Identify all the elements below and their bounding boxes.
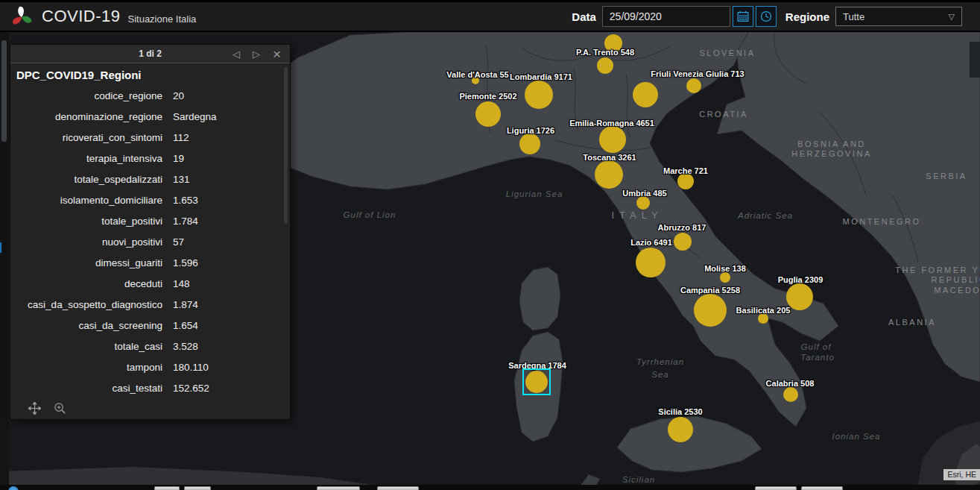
left-scrollbar-thumb[interactable]: [1, 40, 7, 142]
popup-row-value: 1.653: [173, 195, 198, 206]
popup-row: casi_testati152.652: [10, 377, 290, 398]
regione-dropdown-value: Tutte: [843, 11, 864, 22]
popup-row: tamponi180.110: [10, 356, 290, 377]
time-button[interactable]: [756, 6, 777, 27]
region-bubble-molise[interactable]: [720, 272, 730, 283]
taskbar-button[interactable]: [377, 486, 419, 490]
popup-scrollbar-thumb[interactable]: [284, 67, 288, 224]
popup-row: dimessi_guariti1.596: [10, 252, 290, 273]
regione-dropdown[interactable]: Tutte ▽: [835, 7, 962, 26]
zoom-to-feature-icon[interactable]: [54, 402, 66, 415]
region-bubble-marche[interactable]: [677, 173, 694, 189]
popup-row: casi_da_sospetto_diagnostico1.874: [10, 294, 290, 315]
popup-row-value: 1.784: [173, 216, 198, 227]
pan-to-feature-icon[interactable]: [28, 402, 41, 415]
region-bubble-lazio[interactable]: [636, 248, 666, 277]
popup-row: denominazione_regioneSardegna: [10, 106, 290, 127]
popup-row-value: 1.654: [173, 320, 198, 331]
popup-header: 1 di 2 ◁ ▷ ×: [10, 45, 290, 63]
popup-row-label: totale_casi: [10, 341, 162, 352]
taskbar-button[interactable]: [317, 486, 360, 490]
region-bubble-lombardia[interactable]: [525, 81, 553, 109]
popup-row: terapia_intensiva19: [10, 148, 290, 169]
app-title: COVID-19: [42, 7, 120, 26]
popup-next-button[interactable]: ▷: [253, 48, 260, 60]
popup-close-button[interactable]: ×: [273, 47, 281, 61]
dalmatian-islands-2: [771, 188, 817, 231]
region-bubble-label-emilia-romagna: Emilia-Romagna 4651: [569, 119, 654, 128]
popup-row-label: tamponi: [10, 362, 162, 373]
popup-attribute-table: codice_regione20denominazione_regioneSar…: [10, 85, 290, 398]
map-attribution: Esri, HE: [943, 469, 980, 480]
calendar-icon: [736, 10, 750, 23]
popup-prev-button[interactable]: ◁: [233, 48, 240, 60]
selection-highlight: [522, 368, 551, 395]
feature-popup: 1 di 2 ◁ ▷ × DPC_COVID19_Regioni codice_…: [10, 45, 290, 419]
region-bubble-toscana[interactable]: [595, 160, 623, 189]
popup-row-value: 20: [173, 90, 184, 101]
region-bubble-label-puglia: Puglia 2309: [778, 275, 823, 284]
covid-dashboard: SLOVENIACROATIABOSNIA ANDHERZEGOVINASERB…: [0, 0, 980, 490]
region-bubble-label-marche: Marche 721: [663, 166, 708, 175]
popup-row-value: 180.110: [173, 362, 209, 373]
region-bubble-label-friuli: Friuli Venezia Giulia 713: [651, 69, 744, 78]
region-bubble-label-lombardia: Lombardia 9171: [510, 72, 572, 81]
taskbar-start-icon[interactable]: [8, 486, 19, 490]
region-bubble-sicilia[interactable]: [668, 417, 693, 442]
popup-row-label: isolamento_domiciliare: [10, 195, 162, 206]
region-bubble-label-umbria: Umbria 485: [622, 189, 666, 198]
region-bubble-campania[interactable]: [694, 294, 727, 327]
popup-row: totale_ospedalizzati131: [10, 169, 290, 189]
popup-row-value: 112: [173, 132, 189, 143]
protezione-civile-logo-icon: [10, 5, 33, 28]
popup-row-label: casi_testati: [10, 383, 162, 394]
popup-row-value: 1.596: [173, 257, 198, 268]
taskbar: [0, 485, 980, 490]
popup-row-value: 19: [173, 153, 184, 164]
region-bubble-liguria[interactable]: [519, 134, 540, 154]
right-scrollbar-thumb[interactable]: [970, 42, 980, 78]
popup-row-label: dimessi_guariti: [10, 257, 162, 268]
land-corsica: [519, 267, 560, 330]
popup-footer: [10, 397, 290, 419]
popup-row: deceduti148: [10, 273, 290, 294]
popup-row-label: totale_positivi: [10, 216, 162, 227]
taskbar-button[interactable]: [801, 486, 843, 490]
app-header: COVID-19 Situazione Italia Data: [0, 2, 980, 32]
popup-row-label: totale_ospedalizzati: [10, 174, 162, 185]
region-bubble-calabria[interactable]: [783, 387, 798, 402]
region-bubble-label-valle-daosta: Valle d'Aosta 55: [446, 70, 508, 79]
popup-row-value: 152.652: [173, 383, 209, 394]
region-bubble-label-basilicata: Basilicata 205: [736, 306, 791, 315]
popup-row-label: nuovi_positivi: [10, 236, 162, 248]
region-bubble-basilicata[interactable]: [758, 313, 768, 324]
region-bubble-umbria[interactable]: [636, 196, 650, 210]
region-bubble-label-sicilia: Sicilia 2530: [658, 407, 702, 416]
popup-row-value: 148: [173, 278, 190, 289]
popup-row: codice_regione20: [10, 85, 290, 106]
taskbar-button[interactable]: [184, 486, 211, 490]
region-bubble-pa-trento[interactable]: [597, 57, 613, 74]
clock-icon: [759, 10, 773, 23]
popup-row: nuovi_positivi57: [10, 231, 290, 252]
chevron-down-icon: ▽: [949, 12, 955, 22]
region-bubble-abruzzo[interactable]: [674, 233, 692, 251]
region-bubble-veneto-unlabeled[interactable]: [633, 82, 658, 107]
region-bubble-emilia-romagna[interactable]: [599, 126, 626, 153]
region-bubble-label-piemonte: Piemonte 2502: [459, 92, 516, 101]
popup-row: casi_da_screening1.654: [10, 315, 290, 336]
popup-row-label: denominazione_regione: [10, 111, 162, 122]
popup-row-value: Sardegna: [173, 111, 217, 122]
region-bubble-label-toscana: Toscana 3261: [583, 153, 636, 162]
popup-row: ricoverati_con_sintomi112: [10, 127, 290, 148]
regione-label: Regione: [785, 10, 829, 23]
region-bubble-friuli[interactable]: [686, 78, 701, 93]
taskbar-button[interactable]: [755, 486, 797, 490]
date-input[interactable]: [602, 6, 730, 27]
popup-row-label: casi_da_sospetto_diagnostico: [10, 299, 162, 310]
region-bubble-piemonte[interactable]: [475, 101, 501, 127]
taskbar-button[interactable]: [154, 486, 180, 490]
popup-row-label: codice_regione: [10, 90, 162, 101]
calendar-button[interactable]: [733, 6, 753, 27]
left-scrollbar[interactable]: [0, 31, 9, 490]
